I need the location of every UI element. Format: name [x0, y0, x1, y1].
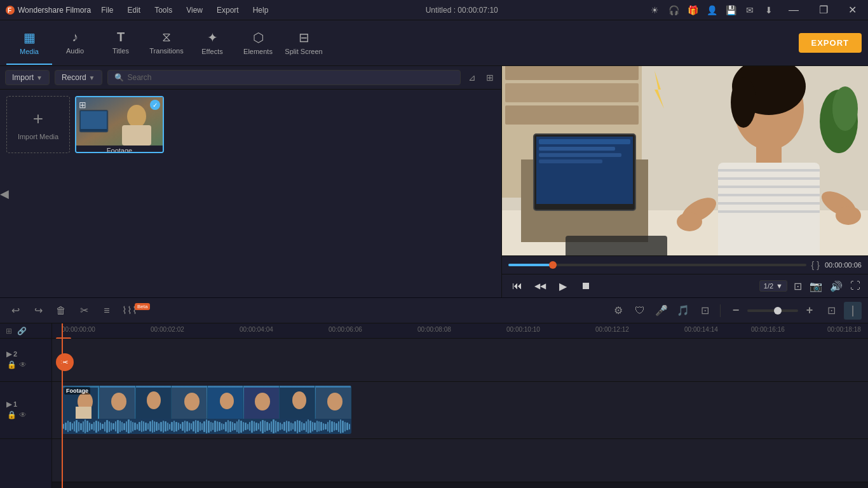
menu-file[interactable]: File	[95, 4, 119, 16]
zoom-in-button[interactable]: +	[801, 302, 818, 320]
undo-button[interactable]: ↩	[6, 302, 24, 320]
wave-bar	[234, 423, 235, 430]
svg-rect-18	[539, 147, 615, 151]
app-title: Untitled : 00:00:07:10	[426, 6, 498, 15]
gift-icon[interactable]: 🎁	[687, 4, 698, 16]
time-marker-5: 00:00:10:10	[506, 326, 540, 333]
toolbar-titles[interactable]: T Titles	[98, 22, 144, 65]
menu-export[interactable]: Export	[210, 4, 245, 16]
redo-button[interactable]: ↪	[29, 302, 47, 320]
toolbar-elements[interactable]: ⬡ Elements	[235, 22, 281, 65]
record-dropdown[interactable]: Record ▼	[55, 70, 102, 85]
track-v1: Footage	[52, 382, 868, 439]
wave-bar	[251, 421, 252, 433]
wave-bar	[184, 421, 186, 433]
wave-bar	[327, 422, 329, 431]
playhead-line[interactable]	[62, 323, 63, 488]
snap-icon[interactable]: ⊞	[4, 326, 14, 336]
import-media-tile[interactable]: + Import Media	[6, 96, 70, 153]
play-button[interactable]: ▶	[554, 277, 572, 295]
zoom-thumb[interactable]	[774, 307, 782, 315]
audio-settings-button[interactable]: ≡	[98, 302, 116, 320]
clip-frame-1	[100, 386, 136, 421]
panel-left-arrow[interactable]: ◀	[0, 187, 9, 201]
audio-waveform-clip[interactable]	[62, 419, 351, 434]
v1-visibility-icon[interactable]: 👁	[18, 410, 28, 420]
restore-button[interactable]: ❐	[813, 4, 834, 16]
seek-thumb[interactable]	[549, 261, 557, 269]
bracket-right-icon[interactable]: }	[817, 260, 820, 270]
headset-icon[interactable]: 🎧	[668, 4, 679, 16]
wave-bar	[100, 423, 101, 430]
zoom-slider[interactable]	[747, 309, 798, 312]
wave-bar	[294, 421, 295, 431]
wave-bar	[178, 423, 179, 430]
app-name: Wondershare Filmora	[18, 6, 91, 15]
menu-help[interactable]: Help	[247, 4, 275, 16]
preview-full-icon[interactable]: ⊡	[792, 279, 803, 294]
download-icon[interactable]: ⬇	[763, 4, 775, 16]
wave-bar	[69, 422, 71, 431]
wave-bar	[223, 424, 224, 430]
record-voice-button[interactable]: 🎤	[653, 302, 670, 320]
bracket-left-icon[interactable]: {	[811, 260, 815, 270]
wave-bar	[245, 423, 246, 430]
toolbar-media[interactable]: ▦ Media	[6, 22, 52, 65]
add-music-button[interactable]: 🎵	[674, 302, 692, 320]
screenshot-icon[interactable]: 📷	[808, 279, 824, 294]
wave-bar	[312, 422, 313, 431]
step-back-button[interactable]: ⏮	[508, 277, 526, 295]
frame-back-button[interactable]: ◀◀	[531, 277, 549, 295]
scene-detect-button[interactable]: ⚙	[609, 302, 627, 320]
svg-text:F: F	[8, 7, 11, 14]
footage-tile[interactable]: ✓ ⊞ Footage	[75, 96, 164, 153]
toolbar-effects[interactable]: ✦ Effects	[189, 22, 235, 65]
timeline-settings-button[interactable]: |	[844, 302, 862, 320]
wave-bar	[141, 421, 142, 432]
clip-frame-5	[243, 386, 280, 421]
import-dropdown[interactable]: Import ▼	[5, 70, 50, 85]
notification-icon[interactable]: ☀	[649, 4, 660, 16]
zoom-controls: − +	[727, 302, 818, 320]
menu-edit[interactable]: Edit	[121, 4, 147, 16]
menu-tools[interactable]: Tools	[148, 4, 179, 16]
crop-button[interactable]: ⊡	[696, 302, 714, 320]
link-icon[interactable]: 🔗	[17, 326, 27, 336]
minimize-button[interactable]: —	[782, 4, 805, 16]
svg-point-44	[111, 393, 126, 410]
grid-view-icon[interactable]: ⊞	[484, 71, 496, 84]
wave-bar	[106, 420, 107, 433]
export-button[interactable]: EXPORT	[799, 33, 862, 53]
cut-button[interactable]: ✂	[75, 302, 93, 320]
beta-badge: Beta	[135, 303, 150, 310]
footage-clip[interactable]: Footage	[62, 386, 351, 421]
audio-preview-icon[interactable]: 🔊	[829, 279, 844, 294]
wave-bar	[186, 421, 187, 431]
user-icon[interactable]: 👤	[706, 4, 717, 16]
resolution-selector[interactable]: 1/2 ▼	[759, 280, 787, 292]
toolbar-transitions[interactable]: ⧖ Transitions	[144, 22, 189, 65]
svg-point-38	[836, 206, 861, 225]
delete-button[interactable]: 🗑	[52, 302, 70, 320]
stop-button[interactable]: ⏹	[577, 277, 595, 295]
expand-preview-icon[interactable]: ⛶	[849, 279, 862, 293]
toolbar-splitscreen[interactable]: ⊟ Split Screen	[281, 22, 327, 65]
v2-lock-icon[interactable]: 🔒	[6, 360, 17, 370]
v1-lock-icon[interactable]: 🔒	[6, 410, 17, 420]
svg-rect-5	[81, 111, 107, 129]
wave-bar	[316, 421, 318, 432]
v2-visibility-icon[interactable]: 👁	[18, 360, 28, 370]
save-icon[interactable]: 💾	[725, 4, 736, 16]
auto-highlight-button[interactable]: 🛡	[631, 302, 649, 320]
svg-point-46	[147, 391, 161, 409]
toolbar-audio[interactable]: ♪ Audio	[52, 22, 98, 65]
svg-rect-16	[536, 137, 633, 204]
mail-icon[interactable]: ✉	[744, 4, 756, 16]
filter-icon[interactable]: ⊿	[466, 71, 478, 84]
zoom-out-button[interactable]: −	[727, 302, 745, 320]
wave-bar	[167, 423, 168, 431]
seek-bar[interactable]	[508, 264, 806, 266]
fit-timeline-button[interactable]: ⊡	[822, 302, 840, 320]
close-button[interactable]: ✕	[842, 4, 863, 16]
menu-view[interactable]: View	[180, 4, 209, 16]
